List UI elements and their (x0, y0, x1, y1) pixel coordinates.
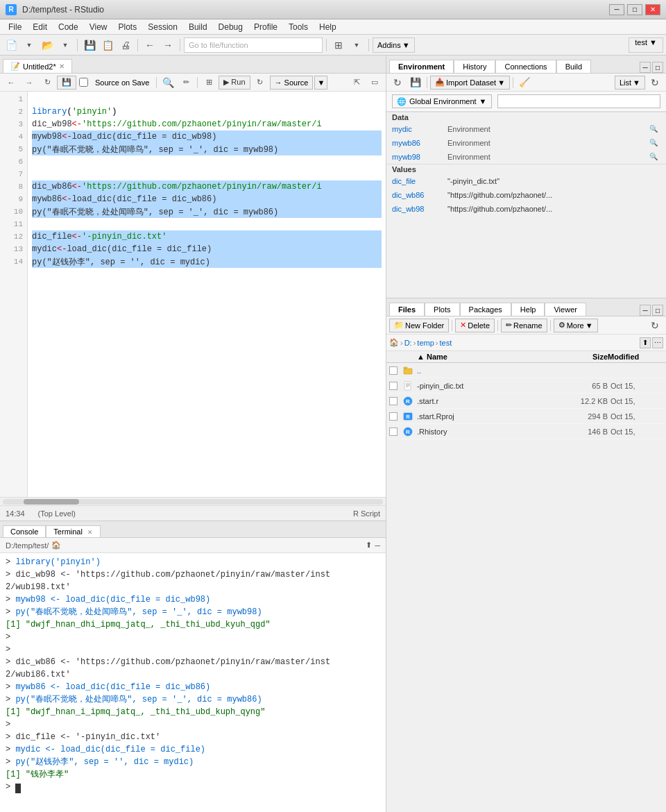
menu-help[interactable]: Help (314, 21, 342, 33)
file-check-rproj[interactable] (389, 412, 403, 421)
file-check-start-r[interactable] (389, 397, 403, 405)
source-dropdown-button[interactable]: ▼ (314, 76, 327, 90)
checkbox-rproj[interactable] (389, 412, 398, 421)
file-check-up[interactable] (389, 366, 403, 375)
file-row-rproj[interactable]: R .start.Rproj 294 B Oct 15, (386, 409, 666, 424)
forward-button[interactable]: → (160, 37, 176, 53)
source-button[interactable]: → Source (270, 76, 314, 90)
tab-build[interactable]: Build (556, 60, 591, 73)
name-col-header[interactable]: ▲ Name (417, 353, 552, 361)
editor-tab-close[interactable]: ✕ (59, 62, 65, 70)
file-name-rhistory[interactable]: .Rhistory (417, 428, 552, 436)
save-all-button[interactable]: 📋 (99, 37, 116, 53)
code-editor[interactable]: 1 2 3 4 5 6 7 8 9 10 11 12 13 14 (0, 92, 386, 497)
console-resize[interactable]: ⬆ (366, 541, 372, 550)
env-search-mywb98[interactable]: 🔍 (649, 153, 660, 160)
env-search-input[interactable] (497, 94, 661, 108)
save-button[interactable]: 💾 (81, 37, 98, 53)
env-refresh2-button[interactable]: ↻ (647, 74, 663, 91)
console-tab-console[interactable]: Console (3, 525, 46, 537)
checkbox-start-r[interactable] (389, 397, 398, 405)
tab-viewer[interactable]: Viewer (545, 303, 586, 316)
window-controls[interactable]: ─ □ ✕ (609, 4, 660, 15)
env-broom-button[interactable]: 🧹 (516, 74, 533, 91)
checkbox-up[interactable] (389, 366, 398, 375)
tab-connections[interactable]: Connections (495, 60, 556, 73)
file-row-pinyin[interactable]: -pinyin_dic.txt 65 B Oct 15, (386, 378, 666, 394)
editor-maximize-button[interactable]: ⇱ (348, 74, 365, 91)
goto-file-input[interactable]: Go to file/function (184, 37, 323, 53)
env-minimize-button[interactable]: ─ (640, 62, 651, 73)
maximize-button[interactable]: □ (627, 4, 642, 15)
size-col-header[interactable]: Size (552, 353, 608, 361)
run-button[interactable]: ▶ Run (219, 76, 250, 90)
wand-button[interactable]: ✏ (178, 74, 194, 91)
grid-button[interactable]: ⊞ (330, 37, 347, 53)
path-d[interactable]: D: (404, 339, 412, 347)
tab-packages[interactable]: Packages (460, 303, 511, 316)
files-minimize-button[interactable]: ─ (640, 305, 651, 316)
file-name-pinyin[interactable]: -pinyin_dic.txt (417, 382, 552, 390)
rename-button[interactable]: ✏ Rename (501, 319, 547, 332)
files-maximize-button[interactable]: □ (652, 305, 663, 316)
global-env-selector[interactable]: 🌐 Global Environment ▼ (392, 94, 492, 108)
tab-help[interactable]: Help (511, 303, 545, 316)
save-file-button[interactable]: 💾 (57, 76, 76, 90)
tab-plots[interactable]: Plots (425, 303, 459, 316)
path-temp[interactable]: temp (417, 339, 434, 347)
file-name-up[interactable]: .. (417, 366, 552, 375)
more-button[interactable]: ⚙ More ▼ (554, 319, 598, 332)
path-up-button[interactable]: ⬆ (640, 337, 651, 348)
file-name-start-r[interactable]: .start.r (417, 397, 552, 405)
h-scrollbar-thumb[interactable] (24, 499, 79, 505)
minimize-button[interactable]: ─ (609, 4, 624, 15)
file-check-pinyin[interactable] (389, 382, 403, 390)
editor-forward-button[interactable]: → (21, 74, 37, 91)
console-content[interactable]: > library('pinyin') > dic_wb98 <- 'https… (0, 553, 386, 812)
open-button[interactable]: 📂 (39, 37, 56, 53)
close-button[interactable]: ✕ (645, 4, 660, 15)
terminal-tab-close[interactable]: ✕ (87, 529, 93, 536)
checkbox-pinyin[interactable] (389, 382, 398, 390)
addins-button[interactable]: Addins ▼ (373, 37, 415, 53)
h-scrollbar-track[interactable] (3, 499, 383, 505)
list-view-button[interactable]: List ▼ (615, 76, 645, 90)
env-row-mydic[interactable]: mydic Environment 🔍 (386, 122, 666, 136)
env-search-mydic[interactable]: 🔍 (649, 125, 660, 133)
env-row-mywb86[interactable]: mywb86 Environment 🔍 (386, 136, 666, 150)
new-file-button[interactable]: 📄 (3, 37, 19, 53)
file-row-up[interactable]: .. (386, 363, 666, 378)
re-run-button[interactable]: ↻ (252, 74, 268, 91)
menu-build[interactable]: Build (183, 21, 213, 33)
tab-files[interactable]: Files (389, 303, 425, 316)
print-button[interactable]: 🖨 (117, 37, 134, 53)
path-more-button[interactable]: ⋯ (652, 337, 663, 348)
env-row-mywb98[interactable]: mywb98 Environment 🔍 (386, 150, 666, 164)
editor-scrollbar[interactable] (0, 497, 386, 505)
editor-back-button[interactable]: ← (3, 74, 19, 91)
editor-minimize-button[interactable]: ▭ (366, 74, 383, 91)
tab-history[interactable]: History (454, 60, 495, 73)
menu-file[interactable]: File (3, 21, 27, 33)
tab-environment[interactable]: Environment (389, 60, 454, 73)
grid-dropdown[interactable]: ▼ (348, 37, 365, 53)
mod-col-header[interactable]: Modified (608, 353, 663, 361)
search-code-button[interactable]: 🔍 (160, 74, 176, 91)
menu-code[interactable]: Code (53, 21, 84, 33)
files-refresh-button[interactable]: ↻ (647, 317, 663, 334)
editor-tab-untitled2[interactable]: 📝 Untitled2* ✕ (3, 59, 72, 73)
menu-debug[interactable]: Debug (213, 21, 248, 33)
env-search-mywb86[interactable]: 🔍 (649, 139, 660, 146)
code-content[interactable]: library('pinyin') dic_wb98 <- 'https://g… (28, 92, 386, 497)
back-button[interactable]: ← (142, 37, 158, 53)
console-minimize[interactable]: ─ (375, 541, 380, 550)
editor-refresh-button[interactable]: ↻ (39, 74, 56, 91)
project-button[interactable]: test ▼ (629, 37, 663, 53)
import-dataset-button[interactable]: 📥 Import Dataset ▼ (430, 76, 510, 90)
open-recent-dropdown[interactable]: ▼ (57, 37, 74, 53)
menu-plots[interactable]: Plots (113, 21, 143, 33)
new-file-dropdown[interactable]: ▼ (21, 37, 37, 53)
file-check-rhistory[interactable] (389, 428, 403, 436)
menu-view[interactable]: View (84, 21, 113, 33)
file-row-rhistory[interactable]: R .Rhistory 146 B Oct 15, (386, 424, 666, 439)
